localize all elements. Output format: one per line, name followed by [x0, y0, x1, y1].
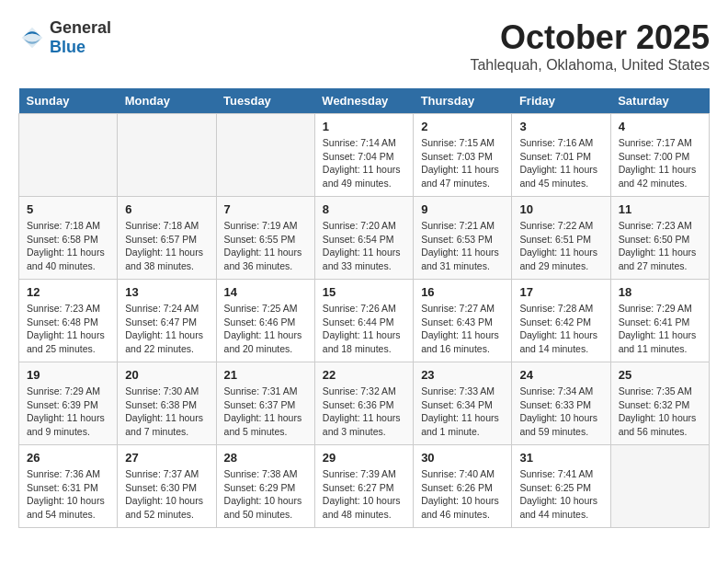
week-row-2: 5Sunrise: 7:18 AM Sunset: 6:58 PM Daylig… — [19, 197, 710, 280]
header-tuesday: Tuesday — [216, 88, 314, 114]
day-info-1: Sunrise: 7:14 AM Sunset: 7:04 PM Dayligh… — [323, 136, 405, 190]
day-number-22: 22 — [323, 368, 405, 382]
table-row: 31Sunrise: 7:41 AM Sunset: 6:25 PM Dayli… — [512, 445, 610, 528]
day-number-20: 20 — [125, 368, 208, 382]
day-number-23: 23 — [421, 368, 504, 382]
day-number-13: 13 — [125, 285, 208, 299]
table-row: 22Sunrise: 7:32 AM Sunset: 6:36 PM Dayli… — [314, 362, 413, 445]
day-info-19: Sunrise: 7:29 AM Sunset: 6:39 PM Dayligh… — [27, 385, 109, 439]
day-info-31: Sunrise: 7:41 AM Sunset: 6:25 PM Dayligh… — [519, 467, 602, 522]
table-row: 1Sunrise: 7:14 AM Sunset: 7:04 PM Daylig… — [314, 114, 413, 197]
header-monday: Monday — [118, 88, 216, 114]
day-number-27: 27 — [125, 451, 208, 465]
day-number-14: 14 — [224, 285, 307, 299]
day-info-6: Sunrise: 7:18 AM Sunset: 6:57 PM Dayligh… — [125, 219, 208, 273]
day-info-28: Sunrise: 7:38 AM Sunset: 6:29 PM Dayligh… — [224, 467, 307, 522]
header-thursday: Thursday — [414, 88, 512, 114]
day-number-16: 16 — [421, 285, 504, 299]
table-row: 3Sunrise: 7:16 AM Sunset: 7:01 PM Daylig… — [512, 114, 610, 197]
day-number-17: 17 — [519, 285, 602, 299]
day-info-25: Sunrise: 7:35 AM Sunset: 6:32 PM Dayligh… — [619, 385, 701, 439]
page-header: General Blue October 2025 Tahlequah, Okl… — [18, 18, 710, 74]
day-number-28: 28 — [224, 451, 307, 465]
day-number-9: 9 — [421, 202, 504, 216]
table-row: 21Sunrise: 7:31 AM Sunset: 6:37 PM Dayli… — [216, 362, 314, 445]
header-saturday: Saturday — [610, 88, 709, 114]
day-info-30: Sunrise: 7:40 AM Sunset: 6:26 PM Dayligh… — [421, 467, 504, 522]
table-row: 30Sunrise: 7:40 AM Sunset: 6:26 PM Dayli… — [414, 445, 512, 528]
table-row: 8Sunrise: 7:20 AM Sunset: 6:54 PM Daylig… — [314, 197, 413, 280]
day-number-11: 11 — [619, 202, 701, 216]
day-info-16: Sunrise: 7:27 AM Sunset: 6:43 PM Dayligh… — [421, 302, 504, 356]
day-info-26: Sunrise: 7:36 AM Sunset: 6:31 PM Dayligh… — [27, 467, 109, 522]
table-row: 9Sunrise: 7:21 AM Sunset: 6:53 PM Daylig… — [414, 197, 512, 280]
day-number-25: 25 — [619, 368, 701, 382]
logo-icon — [18, 24, 46, 52]
day-info-22: Sunrise: 7:32 AM Sunset: 6:36 PM Dayligh… — [323, 385, 405, 439]
month-year-title: October 2025 — [470, 18, 710, 57]
table-row: 17Sunrise: 7:28 AM Sunset: 6:42 PM Dayli… — [512, 280, 610, 362]
day-info-29: Sunrise: 7:39 AM Sunset: 6:27 PM Dayligh… — [323, 467, 405, 522]
logo-general-text: General — [50, 18, 111, 38]
logo: General Blue — [18, 18, 111, 57]
header-friday: Friday — [512, 88, 610, 114]
day-number-6: 6 — [125, 202, 208, 216]
header-wednesday: Wednesday — [314, 88, 413, 114]
table-row: 16Sunrise: 7:27 AM Sunset: 6:43 PM Dayli… — [414, 280, 512, 362]
logo-blue-text: Blue — [50, 38, 111, 57]
day-info-11: Sunrise: 7:23 AM Sunset: 6:50 PM Dayligh… — [619, 219, 701, 273]
week-row-1: 1Sunrise: 7:14 AM Sunset: 7:04 PM Daylig… — [19, 114, 710, 197]
day-info-10: Sunrise: 7:22 AM Sunset: 6:51 PM Dayligh… — [519, 219, 602, 273]
day-info-14: Sunrise: 7:25 AM Sunset: 6:46 PM Dayligh… — [224, 302, 307, 356]
title-block: October 2025 Tahlequah, Oklahoma, United… — [470, 18, 710, 74]
day-number-15: 15 — [323, 285, 405, 299]
table-row: 18Sunrise: 7:29 AM Sunset: 6:41 PM Dayli… — [610, 280, 709, 362]
day-info-24: Sunrise: 7:34 AM Sunset: 6:33 PM Dayligh… — [519, 385, 602, 439]
table-row: 24Sunrise: 7:34 AM Sunset: 6:33 PM Dayli… — [512, 362, 610, 445]
day-number-8: 8 — [323, 202, 405, 216]
header-sunday: Sunday — [19, 88, 118, 114]
week-row-5: 26Sunrise: 7:36 AM Sunset: 6:31 PM Dayli… — [19, 445, 710, 528]
calendar-header-row: SundayMondayTuesdayWednesdayThursdayFrid… — [19, 88, 710, 114]
table-row: 15Sunrise: 7:26 AM Sunset: 6:44 PM Dayli… — [314, 280, 413, 362]
table-row: 2Sunrise: 7:15 AM Sunset: 7:03 PM Daylig… — [414, 114, 512, 197]
day-info-5: Sunrise: 7:18 AM Sunset: 6:58 PM Dayligh… — [27, 219, 109, 273]
table-row: 4Sunrise: 7:17 AM Sunset: 7:00 PM Daylig… — [610, 114, 709, 197]
day-number-3: 3 — [519, 120, 602, 133]
table-row: 7Sunrise: 7:19 AM Sunset: 6:55 PM Daylig… — [216, 197, 314, 280]
table-row: 10Sunrise: 7:22 AM Sunset: 6:51 PM Dayli… — [512, 197, 610, 280]
table-row: 14Sunrise: 7:25 AM Sunset: 6:46 PM Dayli… — [216, 280, 314, 362]
table-row: 27Sunrise: 7:37 AM Sunset: 6:30 PM Dayli… — [118, 445, 216, 528]
table-row: 13Sunrise: 7:24 AM Sunset: 6:47 PM Dayli… — [118, 280, 216, 362]
day-number-31: 31 — [519, 451, 602, 465]
table-row: 25Sunrise: 7:35 AM Sunset: 6:32 PM Dayli… — [610, 362, 709, 445]
day-number-1: 1 — [323, 120, 405, 133]
day-number-10: 10 — [519, 202, 602, 216]
day-info-21: Sunrise: 7:31 AM Sunset: 6:37 PM Dayligh… — [224, 385, 307, 439]
day-number-5: 5 — [27, 202, 109, 216]
day-info-7: Sunrise: 7:19 AM Sunset: 6:55 PM Dayligh… — [224, 219, 307, 273]
table-row — [118, 114, 216, 197]
table-row: 26Sunrise: 7:36 AM Sunset: 6:31 PM Dayli… — [19, 445, 118, 528]
week-row-3: 12Sunrise: 7:23 AM Sunset: 6:48 PM Dayli… — [19, 280, 710, 362]
day-info-3: Sunrise: 7:16 AM Sunset: 7:01 PM Dayligh… — [519, 136, 602, 190]
table-row — [216, 114, 314, 197]
day-info-4: Sunrise: 7:17 AM Sunset: 7:00 PM Dayligh… — [619, 136, 701, 190]
day-info-2: Sunrise: 7:15 AM Sunset: 7:03 PM Dayligh… — [421, 136, 504, 190]
day-info-12: Sunrise: 7:23 AM Sunset: 6:48 PM Dayligh… — [27, 302, 109, 356]
table-row: 6Sunrise: 7:18 AM Sunset: 6:57 PM Daylig… — [118, 197, 216, 280]
table-row: 12Sunrise: 7:23 AM Sunset: 6:48 PM Dayli… — [19, 280, 118, 362]
week-row-4: 19Sunrise: 7:29 AM Sunset: 6:39 PM Dayli… — [19, 362, 710, 445]
day-number-7: 7 — [224, 202, 307, 216]
day-info-27: Sunrise: 7:37 AM Sunset: 6:30 PM Dayligh… — [125, 467, 208, 522]
logo-text: General Blue — [50, 18, 111, 57]
day-info-23: Sunrise: 7:33 AM Sunset: 6:34 PM Dayligh… — [421, 385, 504, 439]
day-number-29: 29 — [323, 451, 405, 465]
day-info-13: Sunrise: 7:24 AM Sunset: 6:47 PM Dayligh… — [125, 302, 208, 356]
day-info-17: Sunrise: 7:28 AM Sunset: 6:42 PM Dayligh… — [519, 302, 602, 356]
table-row: 23Sunrise: 7:33 AM Sunset: 6:34 PM Dayli… — [414, 362, 512, 445]
day-info-18: Sunrise: 7:29 AM Sunset: 6:41 PM Dayligh… — [619, 302, 701, 356]
table-row: 19Sunrise: 7:29 AM Sunset: 6:39 PM Dayli… — [19, 362, 118, 445]
day-number-2: 2 — [421, 120, 504, 133]
day-info-8: Sunrise: 7:20 AM Sunset: 6:54 PM Dayligh… — [323, 219, 405, 273]
